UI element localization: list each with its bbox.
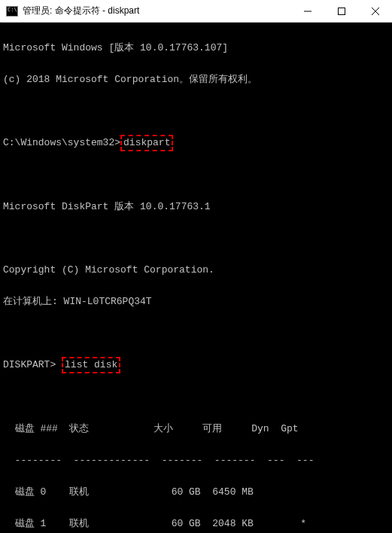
prompt-sys32: C:\Windows\system32> [3,137,120,148]
blank-line [3,230,389,246]
disk-table-divider: -------- ------------- ------- ------- -… [3,452,389,468]
window-controls [290,0,392,22]
disk-table-row-1: 磁盘 1 联机 60 GB 2048 KB * [3,516,389,531]
window-title: 管理员: 命令提示符 - diskpart [23,5,290,17]
blank-line [3,389,389,405]
line-prompt-diskpart: C:\Windows\system32>diskpart [3,135,389,151]
cmd-diskpart-highlight: diskpart [120,135,173,151]
minimize-icon [304,8,311,15]
line-dp-version: Microsoft DiskPart 版本 10.0.17763.1 [3,199,389,215]
cmd-icon [6,6,18,17]
blank-line [3,103,389,119]
terminal-output[interactable]: Microsoft Windows [版本 10.0.17763.107] (c… [0,23,392,533]
line-copyright: (c) 2018 Microsoft Corporation。保留所有权利。 [3,72,389,87]
disk-table-row-0: 磁盘 0 联机 60 GB 6450 MB [3,484,389,500]
close-icon [372,8,379,15]
cmd-window: 管理员: 命令提示符 - diskpart Microsoft Windows … [0,0,392,533]
cmd-listdisk-highlight: list disk [62,357,120,373]
minimize-button[interactable] [290,0,324,22]
close-button[interactable] [358,0,392,22]
dp-prompt: DISKPART> [3,359,56,370]
maximize-icon [338,8,345,15]
line-listdisk: DISKPART> list disk [3,357,389,373]
blank-line [3,167,389,183]
line-dp-copyright: Copyright (C) Microsoft Corporation. [3,262,389,278]
svg-rect-1 [338,8,345,14]
maximize-button[interactable] [324,0,358,22]
disk-table-header: 磁盘 ### 状态 大小 可用 Dyn Gpt [3,421,389,437]
line-winver: Microsoft Windows [版本 10.0.17763.107] [3,40,389,56]
titlebar[interactable]: 管理员: 命令提示符 - diskpart [0,0,392,23]
blank-line [3,325,389,341]
line-dp-computer: 在计算机上: WIN-L0TCR6PQ34T [3,294,389,309]
